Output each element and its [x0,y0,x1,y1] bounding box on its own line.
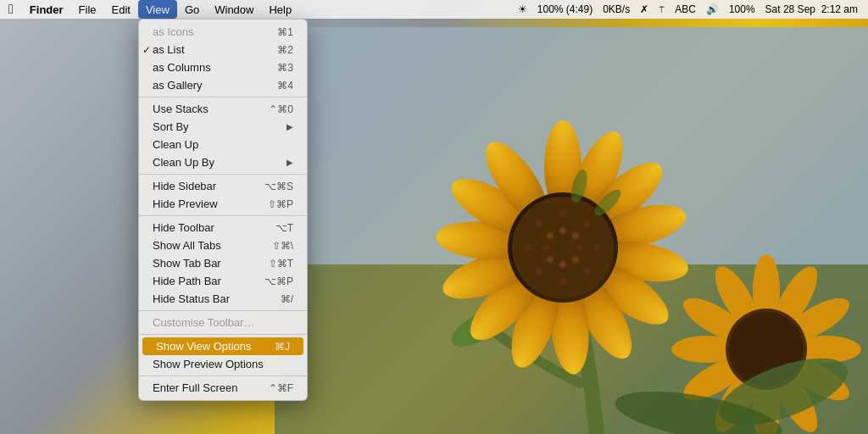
svg-point-32 [536,268,542,275]
menu-item-hide-toolbar[interactable]: Hide Toolbar ⌥T [139,219,307,236]
separator-3 [139,215,307,216]
svg-point-28 [583,220,590,227]
menu-item-clean-up-by[interactable]: Clean Up By ▶ [139,153,307,171]
separator-1 [139,97,307,97]
menu-item-enter-full-screen[interactable]: Enter Full Screen ⌃⌘F [139,379,307,397]
brightness-icon[interactable]: ☀ [515,0,531,19]
separator-4 [139,310,307,311]
separator-6 [139,376,307,376]
menubar-right: ☀ 100% (4:49) 0KB/s ✗ ⍑ ABC 🔊 100% Sat 2… [515,0,868,19]
window-menu[interactable]: Window [207,0,261,19]
battery-pct: 100% [726,0,759,19]
svg-point-26 [547,232,554,239]
menu-item-as-gallery[interactable]: as Gallery ⌘4 [139,76,307,94]
battery-time: 100% (4:49) [534,0,596,19]
apple-menu[interactable]:  [0,0,22,19]
menu-item-hide-status-bar[interactable]: Hide Status Bar ⌘/ [139,290,307,308]
view-menu[interactable]: View [138,0,177,19]
menubar:  Finder File Edit View Go Window Help ☀… [0,0,868,19]
datetime: Sat 28 Sep 2:12 am [762,0,861,19]
file-menu[interactable]: File [71,0,104,19]
svg-point-24 [547,256,554,263]
separator-2 [139,174,307,175]
network-speed: 0KB/s [599,0,633,19]
menu-item-as-icons[interactable]: as Icons ⌘1 [139,23,307,41]
view-dropdown-menu: as Icons ⌘1 as List ⌘2 as Columns ⌘3 as … [138,19,308,401]
menu-item-sort-by[interactable]: Sort By ▶ [139,118,307,136]
desktop-background [0,0,868,434]
svg-point-20 [572,232,579,239]
menu-item-show-all-tabs[interactable]: Show All Tabs ⇧⌘\ [139,236,307,254]
menu-item-clean-up[interactable]: Clean Up [139,136,307,153]
menubar-left:  Finder File Edit View Go Window Help [0,0,515,19]
volume-icon[interactable]: 🔊 [703,0,722,19]
svg-point-22 [572,256,579,263]
menu-item-show-tab-bar[interactable]: Show Tab Bar ⇧⌘T [139,254,307,272]
svg-point-25 [542,244,549,251]
keyboard-layout[interactable]: ABC [671,0,699,19]
menu-item-show-view-options[interactable]: Show View Options ⌘J [142,337,303,355]
svg-point-34 [536,220,542,227]
svg-point-23 [559,261,566,268]
finder-menu[interactable]: Finder [22,0,71,19]
edit-menu[interactable]: Edit [104,0,138,19]
svg-point-33 [526,244,532,251]
menu-item-customise-toolbar[interactable]: Customise Toolbar… [139,314,307,331]
svg-point-27 [559,210,566,217]
go-menu[interactable]: Go [177,0,207,19]
menu-item-show-preview-options[interactable]: Show Preview Options [139,355,307,373]
menu-item-hide-sidebar[interactable]: Hide Sidebar ⌥⌘S [139,177,307,195]
svg-point-29 [593,244,600,251]
bluetooth-icon[interactable]: ✗ [637,0,652,19]
separator-5 [139,334,307,335]
svg-point-19 [559,227,566,234]
menu-item-hide-path-bar[interactable]: Hide Path Bar ⌥⌘P [139,272,307,290]
svg-point-30 [583,268,590,275]
clean-up-by-arrow: ▶ [287,158,293,167]
svg-point-21 [576,244,583,251]
menu-item-hide-preview[interactable]: Hide Preview ⇧⌘P [139,195,307,213]
menu-item-use-stacks[interactable]: Use Stacks ⌃⌘0 [139,100,307,118]
help-menu[interactable]: Help [261,0,299,19]
menu-item-as-columns[interactable]: as Columns ⌘3 [139,58,307,76]
sunflower-image [275,27,868,434]
sort-by-arrow: ▶ [287,122,293,131]
svg-point-31 [559,278,566,285]
menu-item-as-list[interactable]: as List ⌘2 [139,41,307,58]
wifi-icon[interactable]: ⍑ [655,0,668,19]
